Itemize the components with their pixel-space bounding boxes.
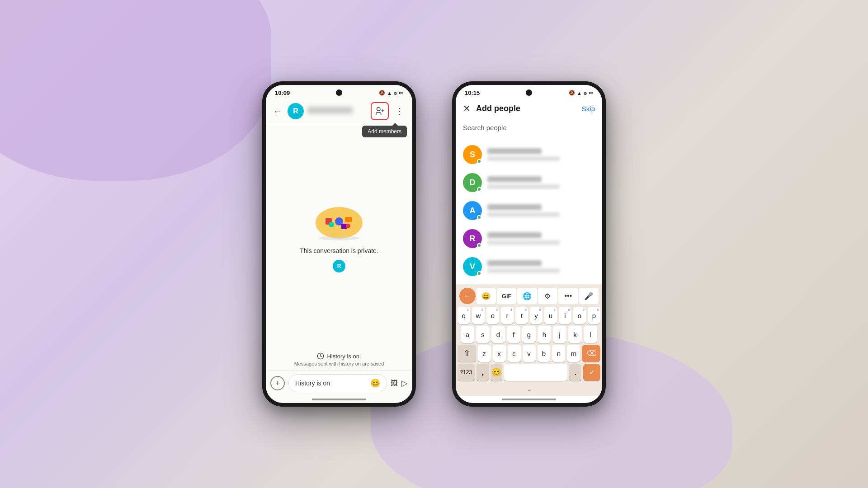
key-z[interactable]: z	[478, 345, 491, 362]
send-button[interactable]: ▷	[401, 378, 408, 388]
emoji-button[interactable]: 😊	[370, 378, 380, 388]
keyboard-settings-button[interactable]: ⚙	[538, 288, 557, 304]
key-v[interactable]: v	[523, 345, 536, 362]
contact-info-r	[487, 232, 595, 245]
key-n[interactable]: n	[552, 345, 565, 362]
wifi-icon-2: ⌾	[584, 90, 587, 96]
home-indicator-1	[312, 399, 366, 400]
keyboard-row-1: q1 w2 e3 r4 t5 y6 u7 i8 o9 p0	[458, 307, 600, 324]
contact-sub-r	[487, 240, 560, 245]
contact-item-v[interactable]: V	[456, 253, 602, 281]
add-attachment-button[interactable]: +	[270, 376, 285, 390]
key-b[interactable]: b	[538, 345, 551, 362]
keyboard-translate-button[interactable]: 🌐	[517, 288, 537, 304]
camera-notch-2	[526, 89, 532, 96]
key-m[interactable]: m	[567, 345, 580, 362]
signal-icon-2: ▲	[577, 90, 582, 96]
key-period[interactable]: .	[569, 364, 581, 381]
key-h[interactable]: h	[538, 326, 551, 343]
key-l[interactable]: l	[584, 326, 597, 343]
contact-item-s[interactable]: S	[456, 141, 602, 169]
key-x[interactable]: x	[493, 345, 506, 362]
key-s[interactable]: s	[476, 326, 490, 343]
search-section: Search people	[456, 118, 602, 141]
wifi-icon-1: ⌾	[394, 90, 397, 96]
history-on-text: History is on.	[275, 352, 403, 360]
keyboard-more-button[interactable]: •••	[558, 288, 578, 304]
contact-item-r[interactable]: R	[456, 225, 602, 253]
contact-info-s	[487, 148, 595, 161]
battery-icon-2: ▭	[589, 90, 593, 96]
contact-avatar-d: D	[463, 173, 482, 192]
search-people-label[interactable]: Search people	[463, 124, 595, 131]
key-f[interactable]: f	[507, 326, 520, 343]
key-d[interactable]: d	[491, 326, 505, 343]
contact-name-r	[487, 232, 542, 238]
contact-avatar-v: V	[463, 257, 482, 276]
clock-icon	[317, 352, 324, 360]
key-r[interactable]: r4	[501, 307, 514, 324]
key-u[interactable]: u7	[544, 307, 557, 324]
svg-rect-7	[345, 217, 352, 222]
key-c[interactable]: c	[508, 345, 521, 362]
back-button[interactable]: ←	[271, 104, 284, 118]
add-members-button[interactable]	[371, 102, 389, 120]
status-icons-2: 🔕 ▲ ⌾ ▭	[569, 90, 593, 96]
keyboard-row-2: a s d f g h j k l	[458, 326, 600, 343]
contact-item-b[interactable]: B	[456, 281, 602, 284]
status-icons-1: 🔕 ▲ ⌾ ▭	[379, 90, 403, 96]
key-backspace[interactable]: ⌫	[582, 345, 600, 362]
keyboard-sticker-button[interactable]: 😄	[476, 288, 496, 304]
key-emoji[interactable]: 😊	[491, 364, 503, 381]
keyboard-toolbar: ← 😄 GIF 🌐 ⚙ ••• 🎤	[458, 288, 600, 304]
key-comma[interactable]: ,	[476, 364, 489, 381]
chat-input-bar: + History is on 😊 🖼 ▷	[266, 370, 412, 396]
message-input-pill[interactable]: History is on 😊	[288, 374, 387, 392]
phone-2-screen: 10:15 🔕 ▲ ⌾ ▭ ✕ Add people Skip Search p…	[456, 85, 602, 403]
key-j[interactable]: j	[553, 326, 566, 343]
key-k[interactable]: k	[568, 326, 582, 343]
contact-avatar: R	[288, 103, 304, 119]
image-button[interactable]: 🖼	[391, 379, 398, 387]
key-o[interactable]: o9	[573, 307, 586, 324]
key-i[interactable]: i8	[559, 307, 571, 324]
contact-name-s	[487, 148, 542, 154]
keyboard-back-button[interactable]: ←	[459, 288, 476, 304]
phones-container: 10:09 🔕 ▲ ⌾ ▭ ← R	[262, 81, 606, 407]
keyboard-mic-button[interactable]: 🎤	[579, 288, 599, 304]
keyboard-row-4: ?123 , 😊 . ✓	[458, 364, 600, 381]
contact-item-d[interactable]: D	[456, 169, 602, 197]
key-q[interactable]: q1	[458, 307, 470, 324]
key-w[interactable]: w2	[472, 307, 485, 324]
contact-name-v	[487, 260, 542, 266]
contact-sub-v	[487, 268, 560, 273]
online-dot-a	[477, 215, 481, 220]
key-a[interactable]: a	[461, 326, 474, 343]
history-section: History is on. Messages sent with histor…	[266, 349, 412, 370]
contact-info-v	[487, 260, 595, 273]
key-g[interactable]: g	[522, 326, 536, 343]
keyboard-gif-button[interactable]: GIF	[497, 288, 516, 304]
contact-sub-a	[487, 212, 560, 217]
skip-button[interactable]: Skip	[582, 105, 595, 113]
camera-notch-1	[336, 89, 342, 96]
key-shift[interactable]: ⇧	[458, 345, 476, 362]
keyboard-collapse-icon[interactable]: ⌄	[526, 385, 532, 393]
message-input-text[interactable]: History is on	[295, 380, 330, 387]
svg-point-10	[346, 224, 350, 228]
contact-item-a[interactable]: A	[456, 197, 602, 225]
phone-2: 10:15 🔕 ▲ ⌾ ▭ ✕ Add people Skip Search p…	[452, 81, 606, 407]
key-e[interactable]: e3	[486, 307, 499, 324]
close-button[interactable]: ✕	[463, 103, 471, 114]
chat-title	[307, 107, 367, 116]
chat-header: ← R ⋮ Add membe	[266, 99, 412, 124]
more-options-button[interactable]: ⋮	[392, 104, 407, 118]
key-spacebar[interactable]	[504, 364, 567, 381]
key-num[interactable]: ?123	[458, 364, 475, 381]
online-dot-d	[477, 187, 481, 192]
key-t[interactable]: t5	[515, 307, 528, 324]
key-y[interactable]: y6	[530, 307, 542, 324]
keyboard-row-3: ⇧ z x c v b n m ⌫	[458, 345, 600, 362]
key-p[interactable]: p0	[588, 307, 600, 324]
key-enter[interactable]: ✓	[583, 364, 600, 381]
